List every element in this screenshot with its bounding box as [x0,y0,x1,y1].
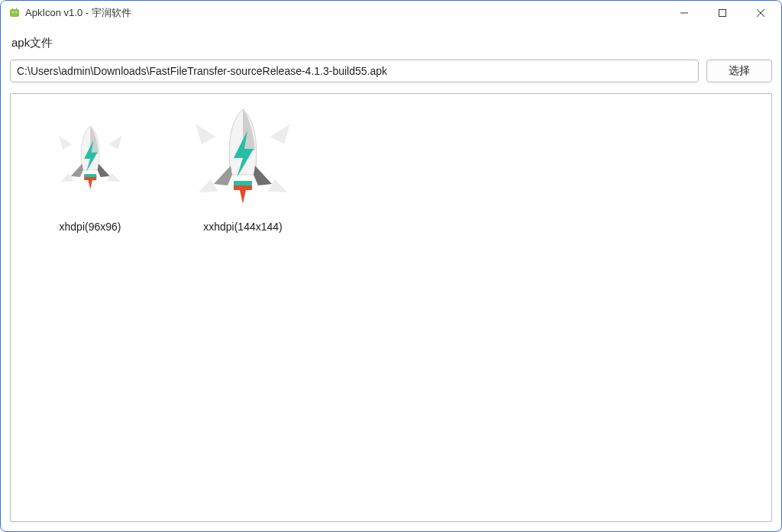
rocket-icon [29,98,151,221]
svg-rect-0 [10,9,19,17]
path-row: 选择 [10,60,772,82]
minimize-button[interactable] [665,1,703,25]
svg-rect-4 [16,8,17,10]
svg-rect-6 [719,10,726,17]
icon-cell[interactable]: xhdpi(96x96) [21,98,159,233]
svg-point-2 [15,11,17,13]
icons-panel[interactable]: xhdpi(96x96) xxhdpi(144x144) [10,93,772,522]
apk-path-input[interactable] [10,60,699,82]
content-area: apk文件 选择 xhdpi(96x96) [1,25,781,531]
svg-rect-10 [234,181,252,185]
icon-label: xhdpi(96x96) [60,221,121,233]
file-label: apk文件 [11,36,772,50]
app-icon [8,7,21,19]
close-button[interactable] [742,1,780,25]
app-window: ApkIcon v1.0 - 宇润软件 apk文件 选择 [0,0,782,532]
window-title: ApkIcon v1.0 - 宇润软件 [25,6,665,20]
rocket-icon [182,98,304,221]
svg-rect-3 [12,8,13,10]
titlebar[interactable]: ApkIcon v1.0 - 宇润软件 [1,1,781,25]
icon-cell[interactable]: xxhdpi(144x144) [174,98,312,233]
icon-label: xxhdpi(144x144) [203,221,283,233]
svg-point-1 [12,11,14,13]
browse-button[interactable]: 选择 [706,60,772,82]
svg-rect-9 [84,174,96,177]
window-controls [665,1,780,25]
maximize-button[interactable] [703,1,742,25]
